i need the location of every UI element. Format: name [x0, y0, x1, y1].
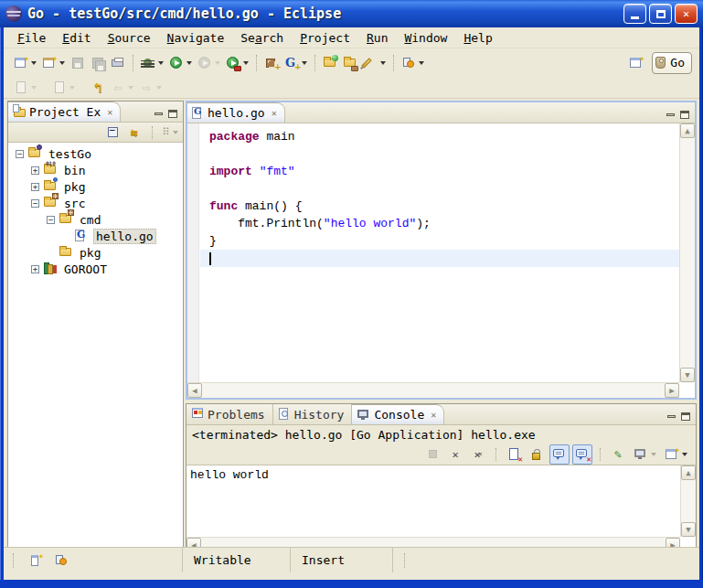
run-history-button[interactable]: [195, 53, 223, 73]
next-annotation-button[interactable]: [11, 78, 39, 98]
maximize-view-button[interactable]: [681, 412, 690, 421]
code-line-8[interactable]: [200, 250, 679, 267]
tab-problems[interactable]: Problems: [186, 404, 273, 424]
trim-annotation-icon[interactable]: [54, 553, 69, 568]
new-project-button[interactable]: ✦: [39, 53, 68, 73]
pin-console-button[interactable]: ✎: [608, 444, 628, 465]
code-area[interactable]: package mainimport "fmt"func main() { fm…: [200, 123, 679, 382]
menu-navigate[interactable]: Navigate: [159, 29, 233, 47]
link-with-editor-button[interactable]: ⇆: [125, 124, 144, 141]
maximize-button[interactable]: [649, 4, 672, 24]
show-stdout-button[interactable]: [549, 444, 570, 465]
folder-icon: [59, 245, 73, 260]
tree-item-testgo[interactable]: −testGo: [8, 145, 183, 162]
scroll-up-button[interactable]: ▲: [680, 123, 695, 138]
maximize-view-button[interactable]: [168, 110, 177, 118]
forward-button[interactable]: ⇨: [136, 78, 165, 98]
scroll-right-button[interactable]: ▶: [665, 383, 679, 398]
run-button[interactable]: [166, 53, 195, 73]
minimize-button[interactable]: [623, 4, 646, 24]
remove-all-launches-button[interactable]: ✕✕: [468, 444, 488, 465]
collapse-all-button[interactable]: [103, 124, 122, 141]
clear-console-button[interactable]: ✕: [504, 444, 524, 465]
tree-item-src[interactable]: −src: [8, 195, 183, 211]
editor-vertical-scrollbar[interactable]: ▲ ▼: [679, 123, 695, 382]
maximize-view-button[interactable]: [680, 111, 689, 119]
last-edit-location-button[interactable]: ↰: [88, 78, 108, 98]
tree-item-cmd[interactable]: −cmd: [8, 211, 183, 228]
new-package-button[interactable]: +: [261, 53, 282, 73]
perspective-go-button[interactable]: Go: [652, 52, 692, 74]
scroll-up-button[interactable]: ▲: [681, 465, 696, 480]
code-line-6[interactable]: fmt.Println("hello world");: [200, 215, 679, 232]
folder-pkg-icon: [43, 179, 58, 194]
menu-file[interactable]: File: [9, 29, 54, 47]
fast-view-icon[interactable]: ✦: [30, 553, 45, 568]
show-stderr-button[interactable]: ✕: [572, 444, 592, 465]
menu-window[interactable]: Window: [396, 29, 455, 47]
menu-project[interactable]: Project: [292, 29, 358, 47]
console-vertical-scrollbar[interactable]: ▲ ▼: [680, 465, 696, 537]
open-perspective-button[interactable]: ✦: [626, 53, 646, 73]
code-line-7[interactable]: }: [200, 232, 679, 250]
mark-occurrences-button[interactable]: [360, 53, 389, 73]
collapse-icon[interactable]: −: [31, 199, 39, 208]
menu-search[interactable]: Search: [232, 29, 292, 47]
menu-edit[interactable]: Edit: [54, 29, 99, 47]
tree-item-goroot[interactable]: +GOROOT: [8, 261, 183, 277]
menu-run[interactable]: Run: [358, 29, 396, 47]
save-all-button[interactable]: [88, 53, 108, 73]
minimize-view-button[interactable]: [154, 112, 163, 115]
scroll-lock-button[interactable]: [527, 444, 547, 465]
save-button[interactable]: [68, 53, 88, 73]
scroll-down-button[interactable]: ▼: [681, 522, 696, 537]
console-icon: [357, 408, 370, 422]
tab-editor-hello-go[interactable]: G hello.go ✕: [187, 102, 285, 123]
new-wizard-button[interactable]: ✦: [11, 53, 39, 73]
expand-icon[interactable]: +: [31, 166, 39, 175]
tree-item-pkg[interactable]: +pkg: [8, 178, 183, 195]
menu-source[interactable]: Source: [100, 29, 159, 47]
display-console-button[interactable]: [631, 444, 659, 465]
tree-item-hello-go[interactable]: Ghello.go: [8, 228, 183, 244]
minimize-view-button[interactable]: [666, 113, 675, 116]
external-tools-button[interactable]: [223, 53, 251, 73]
terminate-button[interactable]: [422, 444, 442, 465]
expand-icon[interactable]: +: [31, 183, 39, 191]
print-button[interactable]: [108, 53, 128, 73]
code-line-5[interactable]: func main() {: [200, 198, 679, 215]
tab-console[interactable]: Console ✕: [352, 404, 444, 424]
tab-project-explorer[interactable]: Project Ex ✕: [8, 102, 121, 122]
open-console-button[interactable]: ✦: [662, 444, 690, 465]
close-button[interactable]: ✕: [675, 4, 698, 24]
menu-help[interactable]: Help: [455, 29, 500, 47]
minimize-view-button[interactable]: [667, 415, 676, 418]
tree-item-pkg[interactable]: pkg: [8, 244, 183, 261]
scroll-down-button[interactable]: ▼: [680, 368, 695, 382]
code-line-4[interactable]: [200, 180, 679, 198]
tab-history[interactable]: History: [273, 404, 353, 424]
previous-annotation-button[interactable]: [49, 78, 78, 98]
close-icon[interactable]: ✕: [431, 410, 436, 420]
annotation-navigation-button[interactable]: [399, 53, 427, 73]
expand-icon[interactable]: +: [31, 265, 39, 273]
code-line-2[interactable]: [200, 145, 679, 163]
debug-button[interactable]: [138, 53, 166, 73]
title-bar[interactable]: Go - testGo/src/cmd/hello.go - Eclipse ✕: [0, 0, 703, 27]
collapse-icon[interactable]: −: [16, 150, 24, 158]
code-line-3[interactable]: import "fmt": [200, 163, 679, 180]
close-icon[interactable]: ✕: [272, 108, 277, 118]
new-go-element-button[interactable]: G+: [282, 53, 310, 73]
open-task-button[interactable]: [340, 53, 360, 73]
back-button[interactable]: ⇦: [108, 78, 136, 98]
editor-horizontal-scrollbar[interactable]: ◀ ▶: [187, 382, 679, 398]
console-output-area[interactable]: hello world ▲ ▼ ◀ ▶: [186, 465, 696, 552]
code-line-1[interactable]: package main: [200, 128, 679, 145]
open-resource-button[interactable]: [320, 53, 340, 73]
close-icon[interactable]: ✕: [107, 107, 112, 117]
tree-item-bin[interactable]: +010bin: [8, 162, 183, 178]
scroll-left-button[interactable]: ◀: [187, 383, 202, 398]
remove-launch-button[interactable]: ✕: [445, 444, 465, 465]
view-menu-button[interactable]: ⠿: [161, 124, 179, 141]
collapse-icon[interactable]: −: [47, 216, 55, 224]
